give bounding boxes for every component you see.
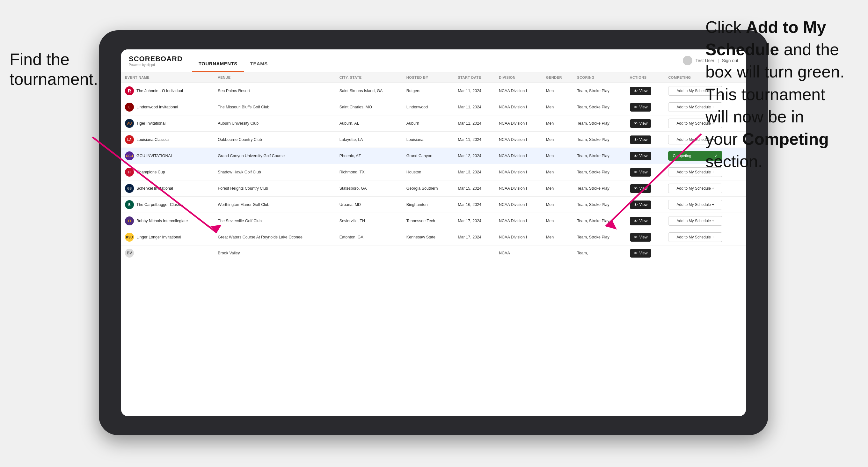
venue-cell: Grand Canyon University Golf Course: [214, 148, 335, 164]
col-division: DIVISION: [495, 72, 542, 83]
start-date-cell: Mar 17, 2024: [454, 229, 495, 245]
actions-cell: 👁 View: [626, 115, 664, 132]
venue-cell: Forest Heights Country Club: [214, 180, 335, 197]
event-name-text: The Johnnie - O Individual: [136, 89, 183, 93]
view-button[interactable]: 👁 View: [630, 103, 652, 112]
logo-sub: Powered by clippd: [129, 63, 183, 67]
annotation-left: Find the tournament.: [9, 50, 98, 89]
col-event-name: EVENT NAME: [121, 72, 214, 83]
eye-icon: 👁: [634, 121, 638, 126]
scoring-cell: Team, Stroke Play: [573, 197, 626, 213]
team-logo: AU: [125, 119, 134, 128]
hosted-by-cell: Tennessee Tech: [403, 213, 454, 229]
division-cell: NCAA Division I: [495, 132, 542, 148]
hosted-by-cell: Houston: [403, 164, 454, 180]
tournaments-table: EVENT NAME VENUE CITY, STATE HOSTED BY S…: [121, 72, 746, 261]
view-button[interactable]: 👁 View: [630, 184, 652, 193]
view-button[interactable]: 👁 View: [630, 135, 652, 144]
view-button[interactable]: 👁 View: [630, 249, 652, 257]
add-to-schedule-button[interactable]: Add to My Schedule +: [668, 184, 722, 193]
scoring-cell: Team, Stroke Play: [573, 132, 626, 148]
actions-cell: 👁 View: [626, 213, 664, 229]
division-cell: NCAA Division I: [495, 115, 542, 132]
gender-cell: Men: [542, 148, 574, 164]
hosted-by-cell: Auburn: [403, 115, 454, 132]
start-date-cell: Mar 11, 2024: [454, 132, 495, 148]
eye-icon: 👁: [634, 219, 638, 223]
competing-cell: Add to My Schedule +: [664, 229, 746, 245]
view-button[interactable]: 👁 View: [630, 152, 652, 160]
hosted-by-cell: Georgia Southern: [403, 180, 454, 197]
division-cell: NCAA: [495, 245, 542, 261]
team-logo: LA: [125, 135, 134, 144]
eye-icon: 👁: [634, 137, 638, 142]
team-logo: BV: [125, 249, 134, 257]
event-name-cell: GCU GCU INVITATIONAL: [121, 148, 214, 164]
eye-icon: 👁: [634, 170, 638, 175]
hosted-by-cell: Kennesaw State: [403, 229, 454, 245]
event-name-cell: H Champions Cup: [121, 164, 214, 180]
scoring-cell: Team, Stroke Play: [573, 99, 626, 115]
event-name-cell: BV: [121, 245, 214, 261]
view-button[interactable]: 👁 View: [630, 233, 652, 242]
view-button[interactable]: 👁 View: [630, 168, 652, 177]
start-date-cell: [454, 245, 495, 261]
event-name-cell: AU Tiger Invitational: [121, 115, 214, 132]
start-date-cell: Mar 11, 2024: [454, 99, 495, 115]
actions-cell: 👁 View: [626, 197, 664, 213]
col-actions: ACTIONS: [626, 72, 664, 83]
scoring-cell: Team, Stroke Play: [573, 229, 626, 245]
city-state-cell: Richmond, TX: [336, 164, 403, 180]
team-logo: GS: [125, 184, 134, 193]
table-row: TT Bobby Nichols Intercollegiate The Sev…: [121, 213, 746, 229]
gender-cell: Men: [542, 229, 574, 245]
division-cell: NCAA Division I: [495, 229, 542, 245]
scoring-cell: Team, Stroke Play: [573, 115, 626, 132]
tab-teams[interactable]: TEAMS: [244, 58, 274, 72]
venue-cell: Worthington Manor Golf Club: [214, 197, 335, 213]
col-gender: GENDER: [542, 72, 574, 83]
table-row: H Champions Cup Shadow Hawk Golf Club Ri…: [121, 164, 746, 180]
actions-cell: 👁 View: [626, 99, 664, 115]
division-cell: NCAA Division I: [495, 197, 542, 213]
scoring-cell: Team, Stroke Play: [573, 83, 626, 99]
venue-cell: Great Waters Course At Reynolds Lake Oco…: [214, 229, 335, 245]
view-button[interactable]: 👁 View: [630, 119, 652, 128]
competing-cell: Add to My Schedule +: [664, 197, 746, 213]
actions-cell: 👁 View: [626, 83, 664, 99]
team-logo: GCU: [125, 151, 134, 160]
event-name-cell: KSU Linger Longer Invitational: [121, 229, 214, 245]
eye-icon: 👁: [634, 203, 638, 207]
table-row: L Lindenwood Invitational The Missouri B…: [121, 99, 746, 115]
event-name-text: Lindenwood Invitational: [136, 105, 178, 110]
table-container[interactable]: EVENT NAME VENUE CITY, STATE HOSTED BY S…: [121, 72, 746, 416]
actions-cell: 👁 View: [626, 164, 664, 180]
tab-tournaments[interactable]: TOURNAMENTS: [192, 58, 244, 72]
avatar: [683, 56, 692, 65]
actions-cell: 👁 View: [626, 148, 664, 164]
actions-cell: 👁 View: [626, 229, 664, 245]
view-button[interactable]: 👁 View: [630, 200, 652, 209]
table-body: R The Johnnie - O Individual Sea Palms R…: [121, 83, 746, 261]
eye-icon: 👁: [634, 186, 638, 191]
view-button[interactable]: 👁 View: [630, 87, 652, 95]
venue-cell: Shadow Hawk Golf Club: [214, 164, 335, 180]
event-name-text: Tiger Invitational: [136, 121, 165, 126]
event-name-text: The Carpetbagger Classic: [136, 203, 183, 207]
add-to-schedule-button[interactable]: Add to My Schedule +: [668, 232, 722, 242]
add-to-schedule-button[interactable]: Add to My Schedule +: [668, 216, 722, 226]
view-button[interactable]: 👁 View: [630, 217, 652, 225]
eye-icon: 👁: [634, 105, 638, 110]
hosted-by-cell: Lindenwood: [403, 99, 454, 115]
start-date-cell: Mar 17, 2024: [454, 213, 495, 229]
city-state-cell: Urbana, MD: [336, 197, 403, 213]
gender-cell: Men: [542, 132, 574, 148]
team-logo: KSU: [125, 233, 134, 242]
table-row: GCU GCU INVITATIONAL Grand Canyon Univer…: [121, 148, 746, 164]
add-to-schedule-button[interactable]: Add to My Schedule +: [668, 200, 722, 210]
city-state-cell: Sevierville, TN: [336, 213, 403, 229]
city-state-cell: Saint Charles, MO: [336, 99, 403, 115]
event-name-text: Champions Cup: [136, 170, 165, 175]
start-date-cell: Mar 15, 2024: [454, 180, 495, 197]
event-name-cell: R The Johnnie - O Individual: [121, 83, 214, 99]
